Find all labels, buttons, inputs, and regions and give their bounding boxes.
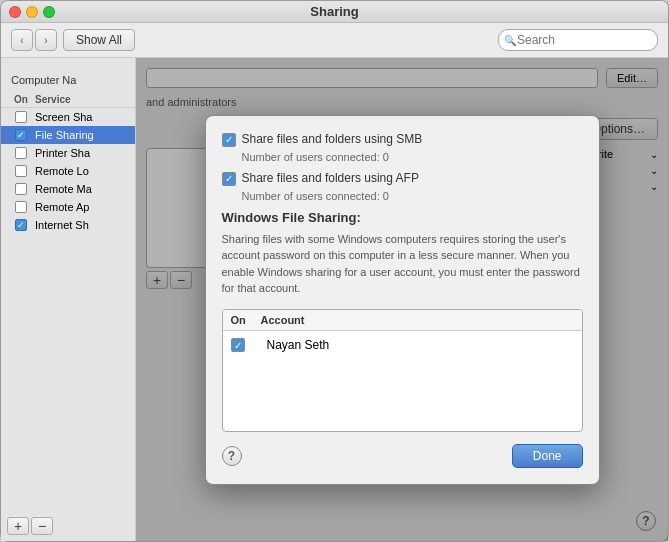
service-label-file-sharing: File Sharing bbox=[35, 129, 129, 141]
table-row-checkbox[interactable]: ✓ bbox=[231, 337, 261, 352]
service-label-remote-apple: Remote Ap bbox=[35, 201, 129, 213]
sidebar-row[interactable]: Screen Sha bbox=[1, 108, 135, 126]
checkbox-screen-sharing[interactable] bbox=[15, 111, 27, 123]
sidebar-row[interactable]: Printer Sha bbox=[1, 144, 135, 162]
smb-checkbox[interactable]: ✓ bbox=[222, 133, 236, 147]
afp-checkbox[interactable]: ✓ bbox=[222, 172, 236, 186]
service-label-printer-sharing: Printer Sha bbox=[35, 147, 129, 159]
modal-overlay: ✓ Share files and folders using SMB Numb… bbox=[136, 58, 668, 541]
checkbox-internet-sharing[interactable]: ✓ bbox=[15, 219, 27, 231]
checkbox-remote-login[interactable] bbox=[15, 165, 27, 177]
on-column-header: On bbox=[7, 94, 35, 105]
computer-name-section: Computer Na bbox=[1, 68, 135, 92]
remove-service-button[interactable]: − bbox=[31, 517, 53, 535]
service-column-header: Service bbox=[35, 94, 129, 105]
checkbox-remote-mgmt[interactable] bbox=[15, 183, 27, 195]
sidebar: Computer Na On Service Screen Sha ✓ bbox=[1, 58, 136, 541]
search-input[interactable] bbox=[498, 29, 658, 51]
computer-name-label: Computer Na bbox=[11, 74, 76, 86]
title-bar: Sharing bbox=[1, 1, 668, 23]
smb-row: ✓ Share files and folders using SMB bbox=[222, 132, 583, 147]
table-row[interactable]: ✓ Nayan Seth bbox=[223, 331, 582, 359]
window-title: Sharing bbox=[310, 4, 358, 19]
account-name-nayan: Nayan Seth bbox=[267, 338, 574, 352]
afp-connected-label: Number of users connected: 0 bbox=[222, 190, 583, 202]
service-checkbox-remote-apple[interactable] bbox=[7, 201, 35, 213]
afp-row: ✓ Share files and folders using AFP bbox=[222, 171, 583, 186]
table-col-on: On bbox=[231, 314, 261, 326]
done-button[interactable]: Done bbox=[512, 444, 583, 468]
service-checkbox-file-sharing[interactable]: ✓ bbox=[7, 129, 35, 141]
sidebar-row[interactable]: Remote Ma bbox=[1, 180, 135, 198]
windows-sharing-table: On Account ✓ Nayan Seth bbox=[222, 309, 583, 432]
sidebar-row-file-sharing[interactable]: ✓ File Sharing bbox=[1, 126, 135, 144]
smb-connected-label: Number of users connected: 0 bbox=[222, 151, 583, 163]
main-panel: Edit… and administrators Options… + − bbox=[136, 58, 668, 541]
show-all-button[interactable]: Show All bbox=[63, 29, 135, 51]
sidebar-row[interactable]: ✓ Internet Sh bbox=[1, 216, 135, 234]
sidebar-row[interactable]: Remote Lo bbox=[1, 162, 135, 180]
modal-footer: ? Done bbox=[222, 444, 583, 468]
traffic-lights bbox=[9, 6, 55, 18]
checkbox-file-sharing[interactable]: ✓ bbox=[15, 129, 27, 141]
search-icon: ⌕ bbox=[504, 35, 510, 46]
afp-label: Share files and folders using AFP bbox=[242, 171, 419, 185]
service-checkbox-printer-sharing[interactable] bbox=[7, 147, 35, 159]
main-content: Computer Na On Service Screen Sha ✓ bbox=[1, 58, 668, 541]
service-checkbox-screen-sharing[interactable] bbox=[7, 111, 35, 123]
close-button[interactable] bbox=[9, 6, 21, 18]
forward-button[interactable]: › bbox=[35, 29, 57, 51]
main-window: Sharing ‹ › Show All ⌕ Computer Na On Se… bbox=[0, 0, 669, 542]
windows-sharing-desc: Sharing files with some Windows computer… bbox=[222, 231, 583, 297]
service-label-internet-sharing: Internet Sh bbox=[35, 219, 129, 231]
sidebar-table: Screen Sha ✓ File Sharing Printer Sha bbox=[1, 108, 135, 511]
checkbox-remote-apple[interactable] bbox=[15, 201, 27, 213]
service-label-remote-login: Remote Lo bbox=[35, 165, 129, 177]
account-checkbox-nayan[interactable]: ✓ bbox=[231, 338, 245, 352]
sidebar-row[interactable]: Remote Ap bbox=[1, 198, 135, 216]
maximize-button[interactable] bbox=[43, 6, 55, 18]
table-col-account: Account bbox=[261, 314, 574, 326]
nav-buttons: ‹ › bbox=[11, 29, 57, 51]
service-label-screen-sharing: Screen Sha bbox=[35, 111, 129, 123]
service-checkbox-internet-sharing[interactable]: ✓ bbox=[7, 219, 35, 231]
service-checkbox-remote-mgmt[interactable] bbox=[7, 183, 35, 195]
table-body: ✓ Nayan Seth bbox=[223, 331, 582, 431]
table-header: On Account bbox=[223, 310, 582, 331]
minimize-button[interactable] bbox=[26, 6, 38, 18]
search-wrapper: ⌕ bbox=[498, 29, 658, 51]
service-checkbox-remote-login[interactable] bbox=[7, 165, 35, 177]
windows-sharing-title: Windows File Sharing: bbox=[222, 210, 583, 225]
modal-dialog: ✓ Share files and folders using SMB Numb… bbox=[205, 115, 600, 485]
toolbar: ‹ › Show All ⌕ bbox=[1, 23, 668, 58]
back-button[interactable]: ‹ bbox=[11, 29, 33, 51]
modal-help-button[interactable]: ? bbox=[222, 446, 242, 466]
sidebar-table-header: On Service bbox=[1, 92, 135, 108]
smb-label: Share files and folders using SMB bbox=[242, 132, 423, 146]
service-label-remote-mgmt: Remote Ma bbox=[35, 183, 129, 195]
checkbox-printer-sharing[interactable] bbox=[15, 147, 27, 159]
add-service-button[interactable]: + bbox=[7, 517, 29, 535]
